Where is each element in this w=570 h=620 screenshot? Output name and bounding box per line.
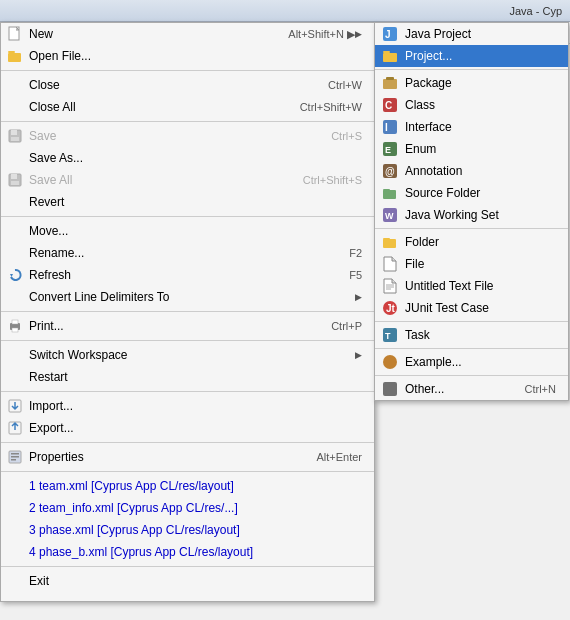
recent-file-1[interactable]: 1 team.xml [Cyprus App CL/res/layout] xyxy=(1,475,374,497)
enum-icon: E xyxy=(381,140,399,158)
submenu-enum[interactable]: E Enum xyxy=(375,138,568,160)
file-label: File xyxy=(405,257,424,271)
svg-text:T: T xyxy=(385,331,391,341)
menu-item-refresh[interactable]: Refresh F5 xyxy=(1,264,374,286)
submenu-source-folder[interactable]: Source Folder xyxy=(375,182,568,204)
svg-rect-23 xyxy=(383,79,397,89)
import-label: Import... xyxy=(29,399,342,413)
close-label: Close xyxy=(29,78,308,92)
project-label: Project... xyxy=(405,49,452,63)
sub-sep-2 xyxy=(375,228,568,229)
java-project-label: Java Project xyxy=(405,27,471,41)
menu-item-restart[interactable]: Restart xyxy=(1,366,374,388)
example-label: Example... xyxy=(405,355,462,369)
print-label: Print... xyxy=(29,319,311,333)
recent-file-2[interactable]: 2 team_info.xml [Cyprus App CL/res/...] xyxy=(1,497,374,519)
junit-label: JUnit Test Case xyxy=(405,301,489,315)
svg-text:J: J xyxy=(385,29,391,40)
task-label: Task xyxy=(405,328,430,342)
svg-text:Jt: Jt xyxy=(386,303,396,314)
submenu-folder[interactable]: Folder xyxy=(375,231,568,253)
separator-2 xyxy=(1,121,374,122)
submenu-example[interactable]: Example... xyxy=(375,351,568,373)
svg-rect-24 xyxy=(386,77,394,80)
svg-rect-38 xyxy=(383,239,396,248)
move-icon xyxy=(7,223,23,239)
separator-4 xyxy=(1,311,374,312)
menu-item-close-all[interactable]: Close All Ctrl+Shift+W xyxy=(1,96,374,118)
menu-item-print[interactable]: Print... Ctrl+P xyxy=(1,315,374,337)
package-icon xyxy=(381,74,399,92)
menu-item-new[interactable]: New Alt+Shift+N ▶ xyxy=(1,23,374,45)
export-label: Export... xyxy=(29,421,342,435)
restart-label: Restart xyxy=(29,370,342,384)
save-all-icon xyxy=(7,172,23,188)
submenu-working-set[interactable]: W Java Working Set xyxy=(375,204,568,226)
junit-icon: Jt xyxy=(381,299,399,317)
menu-item-close[interactable]: Close Ctrl+W xyxy=(1,74,374,96)
menu-item-import[interactable]: Import... xyxy=(1,395,374,417)
recent-file-3-label: 3 phase.xml [Cyprus App CL/res/layout] xyxy=(29,523,240,537)
submenu-interface[interactable]: I Interface xyxy=(375,116,568,138)
svg-marker-39 xyxy=(384,257,396,271)
svg-rect-49 xyxy=(383,382,397,396)
print-shortcut: Ctrl+P xyxy=(331,320,362,332)
menu-item-rename[interactable]: Rename... F2 xyxy=(1,242,374,264)
save-as-label: Save As... xyxy=(29,151,342,165)
menu-item-convert[interactable]: Convert Line Delimiters To xyxy=(1,286,374,308)
svg-rect-5 xyxy=(11,137,19,141)
svg-rect-7 xyxy=(11,174,17,179)
file-dropdown-wrapper: New Alt+Shift+N ▶ Open File... Close Ctr… xyxy=(0,22,375,602)
submenu-file[interactable]: File xyxy=(375,253,568,275)
menu-item-save[interactable]: Save Ctrl+S xyxy=(1,125,374,147)
convert-icon xyxy=(7,289,23,305)
switch-workspace-icon xyxy=(7,347,23,363)
source-folder-icon xyxy=(381,184,399,202)
example-icon xyxy=(381,353,399,371)
svg-rect-21 xyxy=(383,51,390,53)
svg-text:I: I xyxy=(385,122,388,133)
save-shortcut: Ctrl+S xyxy=(331,130,362,142)
restart-icon xyxy=(7,369,23,385)
separator-3 xyxy=(1,216,374,217)
svg-text:C: C xyxy=(385,100,392,111)
source-folder-label: Source Folder xyxy=(405,186,480,200)
svg-rect-34 xyxy=(383,190,396,199)
recent-file-3[interactable]: 3 phase.xml [Cyprus App CL/res/layout] xyxy=(1,519,374,541)
task-icon: T xyxy=(381,326,399,344)
svg-rect-8 xyxy=(11,181,19,185)
submenu-java-project[interactable]: J Java Project xyxy=(375,23,568,45)
save-icon xyxy=(7,128,23,144)
menu-item-open-file[interactable]: Open File... xyxy=(1,45,374,67)
submenu-project[interactable]: Project... xyxy=(375,45,568,67)
submenu-annotation[interactable]: @ Annotation xyxy=(375,160,568,182)
svg-text:E: E xyxy=(385,145,391,155)
exit-icon xyxy=(7,573,23,589)
annotation-icon: @ xyxy=(381,162,399,180)
menu-item-revert[interactable]: Revert xyxy=(1,191,374,213)
menu-item-properties[interactable]: Properties Alt+Enter xyxy=(1,446,374,468)
menu-item-save-all[interactable]: Save All Ctrl+Shift+S xyxy=(1,169,374,191)
submenu-other[interactable]: Other... Ctrl+N xyxy=(375,378,568,400)
submenu-untitled-text[interactable]: Untitled Text File xyxy=(375,275,568,297)
rename-shortcut: F2 xyxy=(349,247,362,259)
menu-item-export[interactable]: Export... xyxy=(1,417,374,439)
folder-label: Folder xyxy=(405,235,439,249)
menu-item-move[interactable]: Move... xyxy=(1,220,374,242)
svg-rect-11 xyxy=(12,320,18,324)
submenu-task[interactable]: T Task xyxy=(375,324,568,346)
save-all-shortcut: Ctrl+Shift+S xyxy=(303,174,362,186)
recent-file-4[interactable]: 4 phase_b.xml [Cyprus App CL/res/layout] xyxy=(1,541,374,563)
menu-item-save-as[interactable]: Save As... xyxy=(1,147,374,169)
svg-rect-4 xyxy=(11,130,17,135)
submenu-class[interactable]: C Class xyxy=(375,94,568,116)
menu-item-switch-workspace[interactable]: Switch Workspace xyxy=(1,344,374,366)
menu-item-exit[interactable]: Exit xyxy=(1,570,374,592)
other-shortcut: Ctrl+N xyxy=(525,383,556,395)
submenu-junit[interactable]: Jt JUnit Test Case xyxy=(375,297,568,319)
submenu-package[interactable]: Package xyxy=(375,72,568,94)
revert-label: Revert xyxy=(29,195,342,209)
close-all-icon xyxy=(7,99,23,115)
recent-file-1-label: 1 team.xml [Cyprus App CL/res/layout] xyxy=(29,479,234,493)
save-as-icon xyxy=(7,150,23,166)
